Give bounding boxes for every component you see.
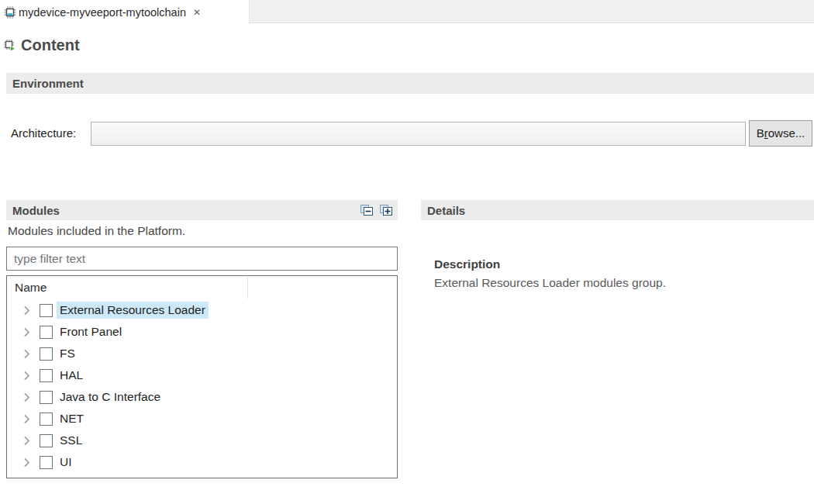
module-checkbox[interactable] [40,413,53,426]
collapse-all-icon[interactable] [360,204,374,216]
tree-row[interactable]: UI [7,451,397,473]
tree-item-label[interactable]: External Resources Loader [57,302,209,319]
chevron-right-icon[interactable] [21,371,32,381]
tree-item-label[interactable]: SSL [57,432,85,449]
tree-item-label[interactable]: UI [57,454,75,471]
tree-item-label[interactable]: Java to C Interface [57,388,164,406]
tree-row[interactable]: NET [7,408,397,430]
module-checkbox[interactable] [40,347,53,361]
browse-button[interactable]: Browse... [749,120,812,147]
module-checkbox[interactable] [40,326,53,339]
module-tree-rows: External Resources Loader Front Panel FS… [7,299,397,473]
tree-item-label[interactable]: HAL [57,367,86,384]
module-checkbox[interactable] [40,369,53,382]
tree-item-label[interactable]: FS [57,345,78,362]
tab-close-icon[interactable]: ✕ [193,8,201,17]
chevron-right-icon[interactable] [21,392,32,402]
module-checkbox[interactable] [40,434,53,447]
modules-subtitle: Modules included in the Platform. [8,224,185,238]
tree-row[interactable]: FS [7,343,397,364]
tree-row[interactable]: SSL [7,430,397,451]
tree-column-divider[interactable] [247,278,248,299]
chevron-right-icon[interactable] [21,436,32,446]
tree-item-label[interactable]: Front Panel [57,323,125,340]
architecture-label: Architecture: [11,126,76,140]
browse-label-pre: B [757,126,764,140]
chevron-right-icon[interactable] [21,306,32,316]
details-section-header: Details [421,200,814,220]
modules-section-header: Modules [6,200,398,220]
chevron-right-icon[interactable] [21,457,32,468]
modules-toolbar [360,204,393,216]
description-title: Description [434,257,500,271]
module-tree: Name External Resources Loader Front Pan… [6,275,398,478]
modules-section-title: Modules [12,204,60,217]
page-header: Content [3,34,80,56]
tab-strip-background [249,0,814,23]
page-title: Content [21,36,80,54]
environment-section-title: Environment [12,77,84,90]
chevron-right-icon[interactable] [21,414,32,424]
tree-column-name: Name [7,281,47,295]
description-text: External Resources Loader modules group. [434,276,666,290]
tree-row[interactable]: HAL [7,364,397,386]
tab-mydevice-myveeport-mytoolchain[interactable]: mydevice-myveeport-mytoolchain ✕ [0,0,247,24]
chip-teal-icon [4,6,16,19]
expand-all-icon[interactable] [379,204,393,216]
module-checkbox[interactable] [40,304,53,317]
chip-run-icon [3,39,16,52]
chevron-right-icon[interactable] [21,327,32,337]
module-checkbox[interactable] [40,456,53,469]
browse-label-post: owse... [768,126,805,140]
architecture-input[interactable] [91,122,746,146]
chevron-right-icon[interactable] [21,349,32,359]
tree-row[interactable]: Front Panel [7,321,397,343]
module-filter-input[interactable] [6,247,398,271]
module-tree-header[interactable]: Name [7,276,397,299]
tab-title: mydevice-myveeport-mytoolchain [19,6,186,19]
tree-item-label[interactable]: NET [57,410,87,427]
module-checkbox[interactable] [40,391,53,404]
details-section-title: Details [427,204,465,217]
editor-tab-bar: mydevice-myveeport-mytoolchain ✕ [0,0,814,24]
tree-row[interactable]: External Resources Loader [7,299,397,321]
environment-section-header: Environment [6,73,814,94]
tree-row[interactable]: Java to C Interface [7,386,397,408]
